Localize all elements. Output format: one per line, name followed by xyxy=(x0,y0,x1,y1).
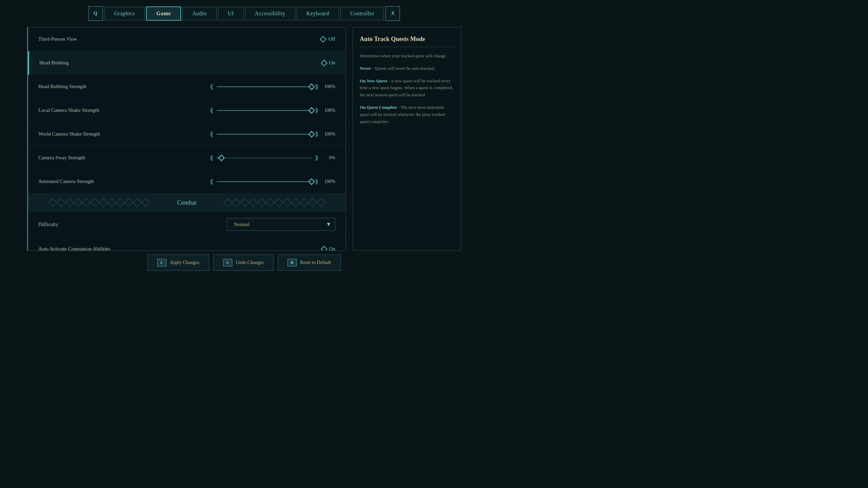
info-panel-divider xyxy=(360,47,454,47)
auto-activate-value[interactable]: On xyxy=(322,246,335,251)
undo-key-badge: U xyxy=(223,259,232,266)
head-bobbing-strength-track xyxy=(217,86,312,87)
setting-row-difficulty: Difficulty Normal Easy Hard Nightmare ▼ xyxy=(28,212,346,237)
info-panel: Auto Track Quests Mode Determines when y… xyxy=(353,27,461,251)
info-panel-on-quest-complete: On Quest Complete - The next most import… xyxy=(360,104,454,125)
setting-row-local-camera-shake: Local Camera Shake Strength ⟪ ⟫ 100% xyxy=(28,99,346,122)
third-person-view-label: Third-Person View xyxy=(38,36,77,42)
info-panel-on-new-quest: On New Quest - A new quest will be track… xyxy=(360,78,454,99)
info-never-text: - Quests will never be auto-tracked. xyxy=(371,66,435,71)
world-camera-shake-label: World Camera Shake Strength xyxy=(38,131,100,137)
setting-row-head-bobbing-strength: Head Bobbing Strength ⟪ ⟫ 100% xyxy=(28,75,346,99)
apply-changes-button[interactable]: C Apply Changes xyxy=(147,255,209,271)
auto-activate-diamond-icon xyxy=(321,246,328,251)
animated-camera-label: Animated Camera Strength xyxy=(38,179,94,184)
head-bobbing-label: Head Bobbing xyxy=(39,60,69,66)
nav-x-button[interactable]: X xyxy=(385,6,400,21)
combat-section-header: Combat xyxy=(28,194,346,212)
settings-panel: Third-Person View Off Head Bobbing On He… xyxy=(27,27,346,251)
head-bobbing-diamond-icon xyxy=(321,60,328,66)
animated-camera-left-arrow-icon[interactable]: ⟪ xyxy=(210,179,213,185)
animated-camera-thumb-icon xyxy=(308,178,315,185)
head-bobbing-strength-value-text: 100% xyxy=(322,84,335,89)
difficulty-label: Difficulty xyxy=(38,222,58,227)
tab-game[interactable]: Game xyxy=(146,6,181,21)
reset-key-badge: R xyxy=(288,259,297,266)
info-panel-description: Determines when your tracked quest will … xyxy=(360,53,454,60)
animated-camera-fill xyxy=(217,181,312,182)
world-camera-shake-right-arrow-icon[interactable]: ⟫ xyxy=(315,131,318,137)
local-camera-shake-track xyxy=(217,110,312,111)
info-panel-never: Never - Quests will never be auto-tracke… xyxy=(360,65,454,72)
head-bobbing-strength-fill xyxy=(217,86,312,87)
head-bobbing-strength-right-arrow-icon[interactable]: ⟫ xyxy=(315,84,318,90)
third-person-view-diamond-icon xyxy=(320,36,327,43)
info-never-key: Never xyxy=(360,66,371,71)
tab-graphics[interactable]: Graphics xyxy=(104,7,145,20)
setting-row-animated-camera: Animated Camera Strength ⟪ ⟫ 100% xyxy=(28,170,346,194)
animated-camera-slider[interactable]: ⟪ ⟫ 100% xyxy=(210,179,335,185)
setting-row-world-camera-shake: World Camera Shake Strength ⟪ ⟫ 100% xyxy=(28,122,346,146)
tab-accessibility[interactable]: Accessibility xyxy=(245,7,295,20)
auto-activate-text: On xyxy=(329,246,335,251)
head-bobbing-text: On xyxy=(329,60,335,66)
tab-controller[interactable]: Controller xyxy=(340,7,384,20)
local-camera-shake-thumb-icon xyxy=(308,107,315,114)
head-bobbing-strength-thumb-icon xyxy=(308,83,315,90)
local-camera-shake-fill xyxy=(217,110,312,111)
world-camera-shake-track xyxy=(217,134,312,135)
nav-q-button[interactable]: Q xyxy=(88,6,103,21)
world-camera-shake-left-arrow-icon[interactable]: ⟪ xyxy=(210,131,213,137)
reset-to-default-button[interactable]: R Reset to Default xyxy=(278,255,341,271)
world-camera-shake-thumb-icon xyxy=(308,131,315,138)
camera-sway-thumb-icon xyxy=(218,155,225,161)
local-camera-shake-label: Local Camera Shake Strength xyxy=(38,107,99,113)
head-bobbing-value[interactable]: On xyxy=(322,60,335,66)
main-content: Third-Person View Off Head Bobbing On He… xyxy=(0,27,488,251)
camera-sway-track xyxy=(217,158,312,158)
local-camera-shake-slider[interactable]: ⟪ ⟫ 100% xyxy=(210,107,335,114)
camera-sway-label: Camera Sway Strength xyxy=(38,155,85,161)
difficulty-dropdown-wrapper: Normal Easy Hard Nightmare ▼ xyxy=(227,218,335,231)
camera-sway-value-text: 0% xyxy=(322,155,335,161)
combat-header-decoration-left xyxy=(28,198,171,208)
combat-zigzag-left xyxy=(49,200,150,206)
x-key-label: X xyxy=(391,11,394,16)
tab-keyboard[interactable]: Keyboard xyxy=(297,7,339,20)
undo-label: Undo Changes xyxy=(236,260,264,265)
animated-camera-right-arrow-icon[interactable]: ⟫ xyxy=(315,179,318,185)
setting-row-auto-activate: Auto Activate Companion Abilities On xyxy=(28,237,346,251)
local-camera-shake-value-text: 100% xyxy=(322,108,335,113)
head-bobbing-strength-left-arrow-icon[interactable]: ⟪ xyxy=(210,84,213,90)
local-camera-shake-right-arrow-icon[interactable]: ⟫ xyxy=(315,107,318,114)
combat-header-decoration-right xyxy=(203,198,346,208)
nav-bar: Q Graphics Game Audio UI Accessibility K… xyxy=(0,0,488,27)
undo-changes-button[interactable]: U Undo Changes xyxy=(213,255,274,271)
setting-row-camera-sway: Camera Sway Strength ⟪ ⟫ 0% xyxy=(28,146,346,170)
world-camera-shake-fill xyxy=(217,134,312,135)
third-person-view-text: Off xyxy=(328,36,335,42)
camera-sway-left-arrow-icon[interactable]: ⟪ xyxy=(210,155,213,161)
third-person-view-value[interactable]: Off xyxy=(321,36,335,42)
animated-camera-value-text: 100% xyxy=(322,179,335,184)
auto-activate-label: Auto Activate Companion Abilities xyxy=(38,246,110,251)
tab-audio[interactable]: Audio xyxy=(182,7,217,20)
difficulty-select[interactable]: Normal Easy Hard Nightmare xyxy=(227,218,335,231)
camera-sway-right-arrow-icon[interactable]: ⟫ xyxy=(315,155,318,161)
info-new-quest-key: On New Quest xyxy=(360,78,387,83)
head-bobbing-strength-slider[interactable]: ⟪ ⟫ 100% xyxy=(210,84,335,90)
world-camera-shake-value-text: 100% xyxy=(322,131,335,137)
head-bobbing-strength-label: Head Bobbing Strength xyxy=(38,84,86,89)
camera-sway-track-line xyxy=(217,158,312,158)
apply-key-badge: C xyxy=(157,259,166,266)
animated-camera-track xyxy=(217,181,312,182)
combat-section-title: Combat xyxy=(171,199,203,206)
local-camera-shake-left-arrow-icon[interactable]: ⟪ xyxy=(210,107,213,114)
camera-sway-slider[interactable]: ⟪ ⟫ 0% xyxy=(210,155,335,161)
setting-row-head-bobbing: Head Bobbing On xyxy=(28,51,346,75)
info-quest-complete-key: On Quest Complete xyxy=(360,105,397,110)
apply-label: Apply Changes xyxy=(170,260,199,265)
world-camera-shake-slider[interactable]: ⟪ ⟫ 100% xyxy=(210,131,335,137)
tab-ui[interactable]: UI xyxy=(218,7,244,20)
reset-label: Reset to Default xyxy=(300,260,331,265)
